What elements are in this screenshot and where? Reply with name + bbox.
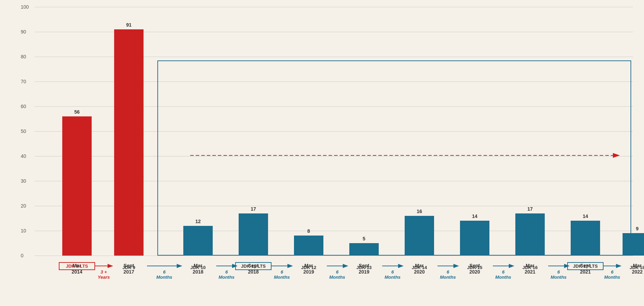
bar-value-jdk18: 9: [623, 226, 644, 231]
timeline-arrow-9: 6Months: [602, 262, 623, 280]
bar-jdk16: [515, 213, 545, 256]
timeline-jdk17: Sept2021: [569, 262, 602, 275]
chart-area: 0102030405060708090100 56JDK 8 LTS91JDK …: [35, 7, 633, 256]
timeline-year-jdk8: 2014: [61, 269, 93, 275]
bar-value-jdk13: 5: [349, 236, 379, 241]
grid-label-100: 100: [21, 4, 29, 10]
timeline-duration-4: 6Months: [329, 269, 345, 280]
timeline-date-jdk8: Mar: [61, 262, 93, 269]
bar-value-jdk15: 14: [460, 213, 489, 219]
timeline-arrow-0: 3 +Years: [93, 262, 114, 280]
timeline-duration-6: 6Months: [440, 269, 456, 280]
grid-line-0: [35, 256, 633, 256]
timeline-duration-9: 6Months: [604, 269, 620, 280]
timeline-duration-5: 6Months: [385, 269, 401, 280]
timeline-jdk12: Mar2019: [292, 262, 325, 275]
bar-value-jdk10: 12: [183, 219, 213, 224]
timeline-jdk10: Mar2018: [182, 262, 214, 275]
timeline-year-jdk15: 2020: [458, 269, 491, 275]
timeline-year-jdk16: 2021: [514, 269, 546, 275]
timeline-date-jdk11: Sept: [237, 262, 270, 269]
timeline-duration-7: 6Months: [495, 269, 511, 280]
grid-label-60: 60: [21, 104, 26, 109]
grid-label-30: 30: [21, 178, 26, 184]
timeline-date-jdk18: Mar: [621, 262, 644, 269]
timeline-date-jdk12: Mar: [292, 262, 325, 269]
bar-value-jdk14: 16: [405, 209, 434, 214]
timeline-date-jdk9: Sept: [112, 262, 145, 269]
timeline-date-jdk16: Mar: [514, 262, 546, 269]
timeline-arrow-1: 6Months: [145, 262, 183, 280]
timeline-arrow-8: 6Months: [546, 262, 571, 280]
bar-jdk11: [239, 213, 268, 256]
timeline-jdk14: Mar2020: [403, 262, 436, 275]
bar-jdk10: [183, 226, 213, 256]
grid-label-0: 0: [21, 253, 24, 258]
bar-jdk15: [460, 221, 489, 256]
grid-label-50: 50: [21, 128, 26, 134]
timeline-date-jdk15: Sept: [458, 262, 491, 269]
timeline-arrow-4: 6Months: [325, 262, 349, 280]
timeline-year-jdk13: 2019: [348, 269, 380, 275]
timeline-jdk15: Sept2020: [458, 262, 491, 275]
bar-jdk18: [623, 233, 644, 256]
timeline-arrow-7: 6Months: [491, 262, 515, 280]
timeline-arrow-2: 6Months: [214, 262, 239, 280]
bar-value-jdk9: 91: [114, 22, 144, 28]
timeline-jdk9: Sept2017: [112, 262, 145, 275]
bar-value-jdk11: 17: [239, 206, 268, 212]
timeline-date-jdk14: Mar: [403, 262, 436, 269]
chart-container: 0102030405060708090100 56JDK 8 LTS91JDK …: [14, 7, 636, 297]
bar-jdk14: [405, 216, 434, 256]
bar-value-jdk17: 14: [571, 213, 600, 219]
timeline-date-jdk17: Sept: [569, 262, 602, 269]
timeline-year-jdk9: 2017: [112, 269, 145, 275]
grid-label-40: 40: [21, 153, 26, 159]
bar-jdk17: [571, 221, 600, 256]
timeline-arrow-5: 6Months: [380, 262, 405, 280]
bar-jdk12: [294, 236, 323, 256]
timeline-duration-3: 6Months: [274, 269, 290, 280]
timeline-year-jdk17: 2021: [569, 269, 602, 275]
bar-value-jdk16: 17: [515, 206, 545, 212]
timeline-jdk11: Sept2018: [237, 262, 270, 275]
grid-label-20: 20: [21, 203, 26, 209]
timeline-jdk8: Mar2014: [61, 262, 93, 275]
grid-label-90: 90: [21, 29, 26, 35]
timeline-duration-2: 6Months: [219, 269, 234, 280]
bar-jdk13: [349, 243, 379, 256]
timeline-duration-8: 6Months: [551, 269, 567, 280]
timeline-date-jdk13: Sept: [348, 262, 380, 269]
grid-label-80: 80: [21, 54, 26, 59]
dashed-arrow-svg: [163, 150, 626, 161]
timeline-duration-1: 6Months: [156, 269, 172, 280]
timeline-jdk13: Sept2019: [348, 262, 380, 275]
bar-jdk8: [62, 116, 92, 256]
timeline-date-jdk10: Mar: [182, 262, 214, 269]
bar-jdk9: [114, 29, 144, 256]
grid-label-70: 70: [21, 79, 26, 84]
timeline-year-jdk10: 2018: [182, 269, 214, 275]
timeline-arrow-3: 6Months: [270, 262, 294, 280]
timeline-jdk16: Mar2021: [514, 262, 546, 275]
timeline-year-jdk12: 2019: [292, 269, 325, 275]
timeline-year-jdk18: 2022: [621, 269, 644, 275]
timeline-year-jdk11: 2018: [237, 269, 270, 275]
grid-label-10: 10: [21, 228, 26, 233]
timeline-duration-0: 3 +Years: [98, 269, 110, 280]
bar-value-jdk8: 56: [62, 109, 92, 115]
timeline-year-jdk14: 2020: [403, 269, 436, 275]
timeline-arrow-6: 6Months: [436, 262, 460, 280]
bars-area: 56JDK 8 LTS91JDK 912JDK 1017JDK 11 LTS8J…: [35, 7, 633, 256]
timeline-jdk18: Mar2022: [621, 262, 644, 275]
bar-value-jdk12: 8: [294, 228, 323, 234]
